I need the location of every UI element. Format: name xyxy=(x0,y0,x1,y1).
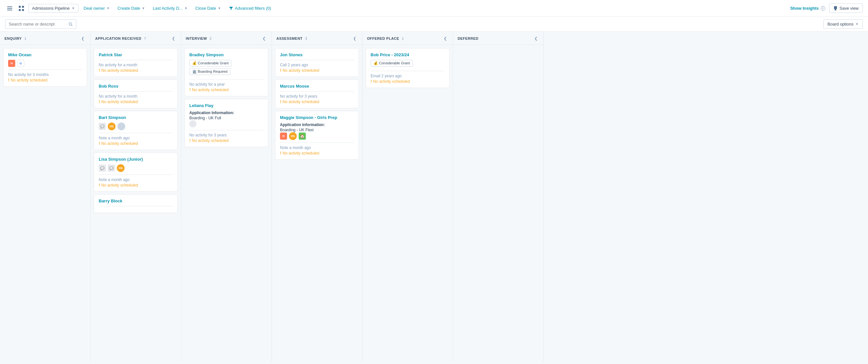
search-input-wrap[interactable] xyxy=(5,20,76,29)
card-name[interactable]: Lisa Simpson (Junior) xyxy=(99,157,173,162)
table-row[interactable]: Leliana FlayApplication Information:Boar… xyxy=(184,99,268,147)
hs-avatar: HS xyxy=(289,132,297,140)
svg-rect-8 xyxy=(835,9,836,10)
card-activity: Call 2 years ago xyxy=(280,63,354,67)
table-row[interactable]: Patrick StarNo activity for a monthNo ac… xyxy=(94,48,178,77)
column-count: 1 xyxy=(24,36,26,40)
show-insights-label: Show Insights xyxy=(790,6,819,11)
card-name[interactable]: Maggie Simpson - Girls Prep xyxy=(280,115,354,120)
card-name[interactable]: Patrick Star xyxy=(99,53,173,57)
hubspot-icon: H xyxy=(8,60,15,67)
card-name[interactable]: Bob Ross xyxy=(99,84,173,89)
card-activity: No activity for 3 months xyxy=(8,72,82,77)
column-title: OFFERED PLACE xyxy=(367,36,399,40)
card-no-activity-scheduled: No activity scheduled xyxy=(99,141,173,146)
table-row[interactable]: Bradley Simpson💰 Considerable Grant🏛️ Bo… xyxy=(184,48,268,96)
card-no-activity-scheduled: No activity scheduled xyxy=(280,151,354,156)
collapse-column-button[interactable]: ❮ xyxy=(261,36,267,41)
info-icon: i xyxy=(821,6,825,11)
close-date-filter[interactable]: Close Date ▼ xyxy=(192,4,223,12)
deal-owner-filter[interactable]: Deal owner ▼ xyxy=(81,4,112,12)
chevron-down-icon: ▼ xyxy=(184,6,187,10)
table-row[interactable]: Barry Block xyxy=(94,194,178,213)
collapse-column-button[interactable]: ❮ xyxy=(170,36,176,41)
column-header-offered-place: OFFERED PLACE1❮ xyxy=(363,32,453,45)
hubspot-icon: H xyxy=(280,133,287,140)
svg-rect-5 xyxy=(19,9,21,11)
column-cards: Jon StonesCall 2 years agoNo activity sc… xyxy=(272,45,362,362)
column-enquiry: ENQUIRY1❮Mike OceanHGNo activity for 3 m… xyxy=(0,32,91,362)
table-row[interactable]: Jon StonesCall 2 years agoNo activity sc… xyxy=(275,48,359,77)
card-tag: 💰 Considerable Grant xyxy=(189,60,231,67)
chevron-down-icon: ▼ xyxy=(106,6,110,10)
card-name[interactable]: Barry Block xyxy=(99,198,173,203)
show-insights-button[interactable]: Show Insights i xyxy=(790,6,825,11)
card-name[interactable]: Bradley Simpson xyxy=(189,53,264,57)
table-row[interactable]: Bob Price - 2023/24💰 Considerable GrantE… xyxy=(366,48,450,88)
advanced-filters-button[interactable]: Advanced filters (0) xyxy=(226,4,274,12)
save-icon xyxy=(833,6,838,10)
grid-view-button[interactable] xyxy=(17,4,26,13)
menu-icon xyxy=(7,6,12,11)
column-cards: Bradley Simpson💰 Considerable Grant🏛️ Bo… xyxy=(181,45,272,362)
column-count: 2 xyxy=(209,36,211,40)
card-info-label: Application Information: xyxy=(189,110,264,115)
last-activity-filter[interactable]: Last Activity D... ▼ xyxy=(150,4,190,12)
card-name[interactable]: Mike Ocean xyxy=(8,53,82,57)
column-count: 1 xyxy=(402,36,404,40)
close-date-label: Close Date xyxy=(195,6,216,11)
svg-rect-4 xyxy=(22,6,24,8)
column-header-enquiry: ENQUIRY1❮ xyxy=(0,32,90,45)
card-no-activity-scheduled: No activity scheduled xyxy=(99,68,173,73)
table-row[interactable]: Bob RossNo activity for a monthNo activi… xyxy=(94,79,178,108)
table-row[interactable]: Mike OceanHGNo activity for 3 monthsNo a… xyxy=(3,48,87,87)
hs-avatar: HS xyxy=(108,123,116,130)
card-no-activity-scheduled: No activity scheduled xyxy=(99,183,173,188)
search-input[interactable] xyxy=(9,22,66,27)
card-activity: No activity for a month xyxy=(99,94,173,99)
toolbar-left: Admissions Pipeline ▼ xyxy=(5,4,78,13)
deal-owner-label: Deal owner xyxy=(84,6,105,11)
column-title: INTERVIEW xyxy=(186,36,207,40)
card-activity: Note a month ago xyxy=(99,177,173,182)
menu-button[interactable] xyxy=(5,4,14,13)
collapse-column-button[interactable]: ❮ xyxy=(533,36,539,41)
column-title: ASSESSMENT xyxy=(276,36,303,40)
pipeline-selector[interactable]: Admissions Pipeline ▼ xyxy=(29,4,78,12)
card-info-value: Boarding - UK Flexi xyxy=(280,128,354,132)
svg-rect-2 xyxy=(7,10,12,10)
collapse-column-button[interactable]: ❮ xyxy=(442,36,448,41)
card-name[interactable]: Jon Stones xyxy=(280,53,354,57)
column-header-application-received: APPLICATION RECEIVED7❮ xyxy=(91,32,181,45)
card-icons: HHS🏠 xyxy=(280,132,354,140)
search-icon xyxy=(69,22,73,27)
card-no-activity-scheduled: No activity scheduled xyxy=(99,100,173,104)
chevron-down-icon: ▼ xyxy=(856,22,859,26)
collapse-column-button[interactable]: ❮ xyxy=(80,36,86,41)
card-name[interactable]: Marcus Moose xyxy=(280,84,354,89)
pipeline-label: Admissions Pipeline xyxy=(32,6,70,11)
column-cards xyxy=(453,45,544,362)
board-options-button[interactable]: Board options ▼ xyxy=(823,20,863,29)
collapse-column-button[interactable]: ❮ xyxy=(352,36,358,41)
card-name[interactable]: Bob Price - 2023/24 xyxy=(371,53,445,57)
table-row[interactable]: Marcus MooseNo activity for 3 yearsNo ac… xyxy=(275,79,359,108)
card-name[interactable]: Leliana Flay xyxy=(189,103,264,108)
column-count: 7 xyxy=(144,36,146,40)
svg-rect-1 xyxy=(7,8,12,9)
column-deferred: DEFERRED❮ xyxy=(453,32,544,362)
table-row[interactable]: Maggie Simpson - Girls PrepApplication I… xyxy=(275,111,359,160)
card-activity: No activity for a month xyxy=(99,63,173,67)
card-no-activity-scheduled: No activity scheduled xyxy=(371,79,445,84)
last-activity-label: Last Activity D... xyxy=(153,6,183,11)
card-activity: No activity for a year xyxy=(189,82,264,87)
table-row[interactable]: Lisa Simpson (Junior)💬💬HSNote a month ag… xyxy=(94,153,178,192)
card-name[interactable]: Bart Simpson xyxy=(99,115,173,120)
table-row[interactable]: Bart Simpson💬HSNote a month agoNo activi… xyxy=(94,111,178,150)
save-view-button[interactable]: Save view xyxy=(829,4,863,13)
card-icons: HG xyxy=(8,60,82,67)
card-icons: 💬💬HS xyxy=(99,164,173,172)
hs-avatar: HS xyxy=(117,164,125,172)
column-cards: Mike OceanHGNo activity for 3 monthsNo a… xyxy=(0,45,90,362)
create-date-filter[interactable]: Create Date ▼ xyxy=(115,4,148,12)
